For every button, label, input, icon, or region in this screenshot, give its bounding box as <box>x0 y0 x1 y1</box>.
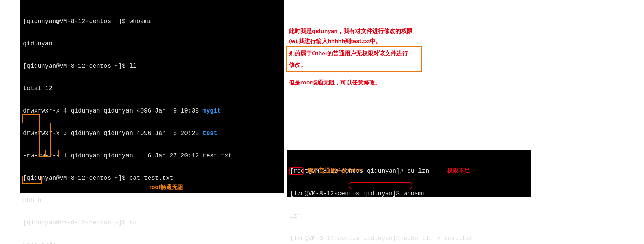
annotation-qidunyan-line1: 此时我是qidunyan，我有对文件进行修改的权限 <box>289 26 413 36</box>
term-line: [lzn@VM-8-12-centos qidunyan]$ echo lll … <box>290 235 527 242</box>
annotation-other-user: 属于普通用户的Other <box>307 166 363 176</box>
highlight-box-output <box>22 176 42 184</box>
term-line: [qidunyan@VM-8-12-centos ~]$ ll <box>23 62 280 70</box>
term-line: drwxrwxr-x 4 qidunyan qidunyan 4096 Jan … <box>23 107 280 115</box>
term-line: [qidunyan@VM-8-12-centos ~]$ su <box>23 219 280 226</box>
term-line: [qidunyan@VM-8-12-centos ~]$ cat test.tx… <box>23 174 280 182</box>
annotation-root-unblocked: root畅通无阻 <box>149 183 183 192</box>
term-line: hhhhh <box>23 197 280 204</box>
term-line: -rw-rw-r-- 1 qidunyan qidunyan 6 Jan 27 … <box>23 152 280 159</box>
term-line: qidunyan <box>23 40 280 47</box>
annotation-permission-denied: 权限不足 <box>447 166 470 176</box>
term-line: Password: <box>23 241 280 244</box>
connector-line-horizontal <box>351 164 422 164</box>
term-line: [lzn@VM-8-12-centos qidunyan]$ whoami <box>290 190 527 197</box>
dir-test: test <box>202 130 217 137</box>
highlight-box-root <box>22 114 40 123</box>
dir-mygit: mygit <box>202 107 221 114</box>
annotation-qidunyan-line2: (w),我进行输入hhhhh到test.txt中。 <box>289 37 382 46</box>
term-line: lzn <box>290 212 527 220</box>
annotation-root-free: 但是root畅通无阻，可以任意修改。 <box>289 78 381 87</box>
connector-line-vertical <box>422 59 422 164</box>
term-line: drwxrwxr-x 3 qidunyan qidunyan 4096 Jan … <box>23 129 280 137</box>
highlight-box-lzn <box>289 167 304 175</box>
highlight-box-other-note <box>286 46 422 72</box>
perm-text: drwxrwxr-x 4 qidunyan qidunyan 4096 Jan … <box>23 107 202 114</box>
term-line: total 12 <box>23 85 280 92</box>
terminal-left[interactable]: [qidunyan@VM-8-12-centos ~]$ whoami qidu… <box>20 0 284 193</box>
highlight-box-perm-other <box>45 150 59 157</box>
term-line: [qidunyan@VM-8-12-centos ~]$ whoami <box>23 18 280 25</box>
highlight-box-permission-denied <box>349 182 412 189</box>
